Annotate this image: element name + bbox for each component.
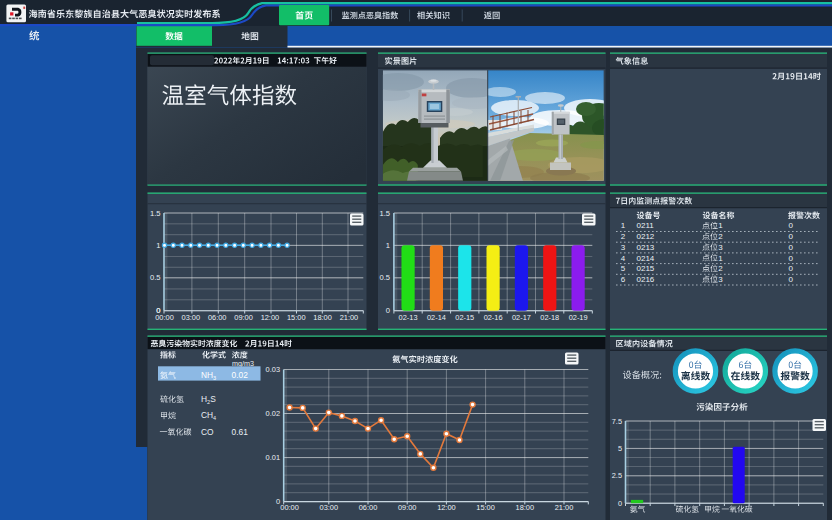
svg-text:5: 5 [618,444,622,453]
svg-text:0: 0 [789,221,794,230]
svg-text:02-19: 02-19 [569,313,588,322]
svg-text:0: 0 [618,499,622,508]
svg-text:0212: 0212 [637,232,655,241]
svg-text:4: 4 [621,254,626,263]
svg-text:02-18: 02-18 [540,313,559,322]
svg-text:06:00: 06:00 [359,503,378,512]
svg-text:21:00: 21:00 [555,503,574,512]
svg-text:00:00: 00:00 [280,503,299,512]
svg-text:0216: 0216 [637,275,655,284]
svg-text:1: 1 [386,241,390,250]
svg-text:15:00: 15:00 [476,503,495,512]
svg-text:2: 2 [718,264,723,273]
svg-text:1: 1 [718,254,723,263]
svg-text:0215: 0215 [637,264,655,273]
svg-text:02-16: 02-16 [484,313,503,322]
svg-text:03:00: 03:00 [182,313,201,322]
svg-text:3: 3 [718,243,723,252]
svg-text:12:00: 12:00 [437,503,456,512]
svg-text:12:00: 12:00 [261,313,280,322]
svg-text:06:00: 06:00 [208,313,227,322]
svg-text:0: 0 [156,306,160,315]
svg-text:0: 0 [789,254,794,263]
svg-text:5: 5 [621,264,626,273]
svg-text:0: 0 [789,243,794,252]
svg-text:03:00: 03:00 [320,503,339,512]
svg-text:3: 3 [621,243,626,252]
svg-text:02-15: 02-15 [455,313,474,322]
svg-text:1.5: 1.5 [150,209,161,218]
svg-text:0.61: 0.61 [232,427,249,437]
svg-text:18:00: 18:00 [516,503,535,512]
svg-text:0.02: 0.02 [266,409,280,418]
svg-text:0: 0 [386,306,390,315]
svg-text:02-13: 02-13 [399,313,418,322]
svg-text:2: 2 [718,232,723,241]
svg-text:0: 0 [789,264,794,273]
svg-text:0: 0 [789,232,794,241]
svg-text:0.5: 0.5 [379,273,390,282]
svg-text:1: 1 [718,221,723,230]
svg-text:02-17: 02-17 [512,313,531,322]
svg-text:0: 0 [789,275,794,284]
svg-text:6: 6 [621,275,626,284]
svg-text:2.5: 2.5 [612,471,622,480]
svg-text:3: 3 [718,275,723,284]
svg-text:15:00: 15:00 [287,313,306,322]
svg-text:7.5: 7.5 [612,417,622,426]
svg-text:0.02: 0.02 [232,370,249,380]
svg-text:18:00: 18:00 [313,313,332,322]
svg-text:CO: CO [201,427,214,437]
svg-text:1.5: 1.5 [379,209,390,218]
svg-text:21:00: 21:00 [340,313,359,322]
svg-text:0214: 0214 [637,254,655,263]
svg-text:0213: 0213 [637,243,655,252]
svg-text:2: 2 [621,232,626,241]
svg-text:1: 1 [621,221,626,230]
svg-text:09:00: 09:00 [398,503,417,512]
svg-text:0.03: 0.03 [266,365,280,374]
svg-text:0211: 0211 [637,221,655,230]
svg-text:09:00: 09:00 [234,313,253,322]
svg-text:1: 1 [156,241,160,250]
svg-text:02-14: 02-14 [427,313,446,322]
svg-text:0.01: 0.01 [266,453,280,462]
svg-text:0.5: 0.5 [150,273,161,282]
